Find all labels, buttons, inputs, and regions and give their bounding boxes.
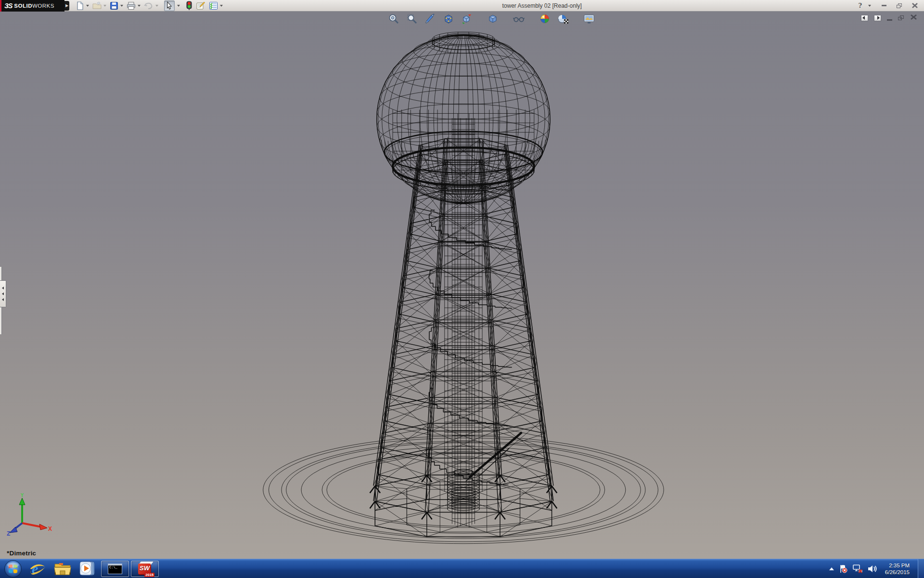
options-dropdown-arrow[interactable] [220, 5, 223, 7]
view-orientation-icon [443, 13, 454, 24]
select-tool-button[interactable] [164, 0, 175, 11]
media-player-icon [79, 561, 96, 577]
z-axis-label: Z [7, 530, 10, 536]
logo-red-accent [0, 0, 1, 12]
3d-drawing-view-button[interactable] [461, 13, 473, 25]
media-player-button[interactable] [75, 560, 100, 578]
close-button[interactable] [910, 2, 920, 10]
show-feature-panel-right-button[interactable] [874, 15, 881, 21]
file-properties-icon [196, 1, 205, 10]
save-floppy-icon [110, 1, 118, 10]
x-axis-label: X [48, 525, 52, 532]
new-document-button[interactable] [75, 0, 85, 11]
quick-access-toolbar [75, 0, 226, 12]
3d-drawing-view-icon [462, 13, 472, 24]
y-axis-arrow-icon [19, 498, 25, 505]
title-bar: ЗS SOLIDWORKS ▶ [0, 0, 924, 12]
show-hidden-icons-button[interactable] [829, 567, 834, 570]
new-dropdown-arrow[interactable] [86, 5, 89, 7]
zoom-to-fit-button[interactable] [388, 13, 399, 25]
internet-explorer-icon: e [29, 561, 46, 577]
open-document-button[interactable] [92, 0, 102, 11]
view-orientation-button[interactable] [443, 13, 454, 25]
show-desktop-button[interactable] [918, 559, 924, 578]
edit-appearance-button[interactable] [539, 13, 551, 25]
solidworks-2015-button[interactable]: SW 2015 [131, 561, 159, 577]
rebuild-button[interactable] [186, 0, 192, 11]
command-prompt-button[interactable]: C:\_ [101, 561, 129, 577]
minimize-button[interactable] [879, 2, 889, 10]
file-properties-button[interactable] [195, 0, 205, 11]
document-minimize-button[interactable] [887, 15, 892, 21]
clock-date: 6/26/2015 [885, 569, 910, 576]
open-folder-icon [92, 1, 102, 10]
view-orientation-label: *Dimetric [7, 550, 36, 557]
display-style-cube-icon [488, 13, 498, 24]
action-center-flag-icon[interactable] [838, 564, 848, 574]
rebuild-traffic-light-icon [186, 1, 192, 10]
document-window-controls [861, 13, 917, 22]
windows-start-orb-icon [4, 560, 22, 578]
hide-show-items-button[interactable] [513, 13, 525, 25]
heads-up-view-toolbar [388, 13, 595, 25]
select-dropdown-arrow[interactable] [177, 5, 180, 7]
solidworks-logo[interactable]: ЗS SOLIDWORKS ▶ [0, 0, 64, 12]
apply-scene-button[interactable] [557, 13, 569, 25]
apply-scene-icon [557, 13, 569, 24]
undo-button[interactable] [143, 0, 154, 11]
view-settings-button[interactable] [583, 13, 595, 25]
display-style-button[interactable] [487, 13, 499, 25]
taskbar-apps: e C [0, 559, 160, 578]
x-axis-arrow-icon [39, 524, 47, 530]
zoom-to-area-button[interactable] [406, 13, 418, 25]
undo-arrow-icon [144, 1, 154, 10]
command-prompt-icon: C:\_ [108, 564, 122, 574]
panel-right-arrow-icon [877, 16, 880, 20]
help-button[interactable]: ? [858, 2, 862, 9]
printer-icon [127, 1, 136, 10]
graphics-area[interactable]: Y X Z *Dimetric [0, 12, 924, 559]
clock-time: 2:35 PM [885, 562, 910, 569]
window-title: tower Assembly 02 [Read-only] [226, 2, 858, 9]
zoom-to-fit-icon [388, 13, 399, 24]
undo-dropdown-arrow[interactable] [155, 5, 158, 7]
panel-left-arrow-icon [862, 16, 865, 20]
print-dropdown-arrow[interactable] [138, 5, 141, 7]
save-button[interactable] [109, 0, 119, 11]
section-view-button[interactable] [424, 13, 436, 25]
ds-logo-icon: ЗS [4, 2, 12, 10]
help-dropdown-arrow[interactable] [868, 5, 871, 7]
taskbar-clock[interactable]: 2:35 PM 6/26/2015 [885, 562, 910, 576]
zoom-to-area-icon [407, 13, 417, 24]
close-icon [911, 2, 918, 9]
reference-triad: Y X Z [6, 493, 52, 536]
options-button[interactable] [208, 0, 218, 11]
logo-wordmark: SOLIDWORKS [14, 3, 54, 9]
print-button[interactable] [126, 0, 136, 11]
windows-explorer-button[interactable] [50, 560, 75, 578]
start-button[interactable] [3, 559, 23, 578]
y-axis-label: Y [20, 493, 24, 499]
select-cursor-icon [165, 1, 174, 10]
document-restore-button[interactable] [898, 15, 904, 21]
new-document-icon [76, 1, 84, 10]
internet-explorer-button[interactable]: e [25, 560, 50, 578]
windows-taskbar: e C [0, 559, 924, 578]
appearance-ball-icon [539, 13, 550, 24]
document-close-icon [910, 14, 917, 20]
open-dropdown-arrow[interactable] [103, 5, 106, 7]
network-status-icon[interactable] [852, 564, 863, 574]
save-dropdown-arrow[interactable] [120, 5, 123, 7]
eyeglasses-icon [513, 13, 525, 24]
document-close-button[interactable] [910, 13, 917, 22]
section-view-knife-icon [425, 13, 436, 24]
tower-wireframe-model[interactable] [0, 12, 924, 559]
folder-icon [53, 561, 72, 577]
restore-button[interactable] [894, 2, 905, 10]
show-feature-panel-left-button[interactable] [861, 15, 868, 21]
volume-icon[interactable] [867, 564, 878, 574]
menu-flyout-arrow-icon[interactable]: ▶ [64, 1, 69, 11]
view-settings-icon [583, 13, 595, 24]
window-controls: ? [858, 2, 920, 10]
feature-manager-expand-handle[interactable] [0, 280, 6, 307]
